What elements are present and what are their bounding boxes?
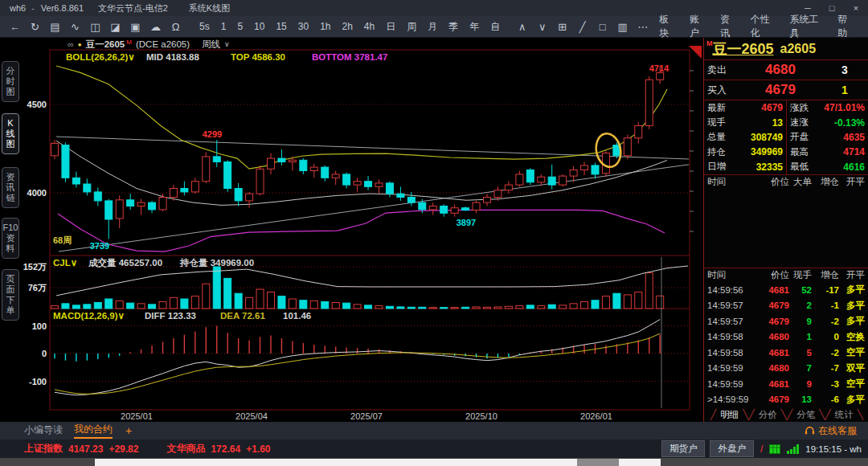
sidebar-tab-news-chain[interactable]: 资讯链 (2, 167, 19, 208)
bottom-tab-my-contracts[interactable]: 我的合约 (74, 423, 113, 439)
quote-contract-name: 豆一2605 (713, 39, 774, 59)
multi-chart-icon[interactable]: ▣ (125, 21, 145, 33)
refresh-icon[interactable]: ↻ (25, 21, 45, 33)
futures-account-button[interactable]: 期货户 (661, 440, 706, 457)
period-15m[interactable]: 15 (270, 21, 292, 32)
add-panel-icon[interactable]: ⊞ (552, 21, 572, 33)
quote-stat-speed: 速涨-0.13% (786, 115, 868, 129)
zoom-in-icon[interactable]: ∨ (532, 21, 552, 33)
menu-sector[interactable]: 板块 (653, 13, 683, 40)
period-custom[interactable]: 自 (485, 20, 506, 34)
header-cell: 增仓 (812, 176, 839, 188)
tape-tab-price-split[interactable]: ╱分价╲ (748, 409, 786, 421)
quote-stat-open-interest: 持仓349969 (704, 145, 786, 159)
sidebar-tab-kline-chart[interactable]: K线图 (2, 113, 19, 154)
add-tab-button[interactable]: + (125, 424, 132, 437)
period-day[interactable]: 日 (380, 20, 401, 34)
tape-oi-change: 0 (812, 332, 839, 341)
back-icon[interactable]: ← (5, 21, 25, 33)
boll-top-line (56, 66, 667, 169)
quote-board-icon[interactable]: ▤ (45, 21, 65, 33)
chart-symbol-line[interactable]: ∞ ● 豆一2605 M (DCE a2605) 周线 ∨ (68, 39, 230, 50)
index-wenhua-commodity[interactable]: 文华商品172.64+1.60 (166, 442, 276, 456)
cloud-sync-icon[interactable]: ☁ (145, 21, 166, 33)
market-grid-icon[interactable] (769, 444, 780, 454)
alert-bell-icon[interactable]: Ω (166, 21, 186, 33)
background-window-gray (577, 459, 619, 466)
ask-price: 4680 (736, 62, 825, 78)
external-account-button[interactable]: 外盘户 (710, 440, 754, 457)
online-service-button[interactable]: 在线客服 (805, 424, 857, 438)
connection-clock: 19:15:15 - wh (805, 444, 862, 454)
layout-icon[interactable]: ▥ (612, 21, 633, 33)
period-month[interactable]: 月 (422, 20, 443, 34)
tape-row[interactable]: 14:59:5846815-2空平 (704, 345, 868, 361)
tab-slash-left: ╱ (825, 409, 830, 420)
period-1h[interactable]: 1h (314, 21, 336, 32)
kline-chart-canvas[interactable]: 45004000152万76万1000-1002025/012025/04202… (21, 38, 703, 422)
ask-row[interactable]: 卖出 4680 3 (704, 60, 868, 80)
overlay-lines (56, 66, 689, 251)
period-week[interactable]: 周 (401, 20, 422, 34)
tape-row[interactable]: 14:59:5746792-1多平 (704, 298, 868, 314)
period-1m[interactable]: 1 (215, 21, 232, 32)
line-chart-icon[interactable]: ∿ (65, 21, 85, 33)
signal-bar (790, 449, 792, 454)
menu-account[interactable]: 账户 (683, 13, 714, 40)
toolbar-left-icons: ←↻▤∿◫◪▣☁Ω (5, 21, 186, 33)
index-shanghai-composite[interactable]: 上证指数4147.23+29.82 (24, 442, 144, 456)
period-selector[interactable]: 周线 (202, 39, 220, 51)
server-node[interactable]: 文华云节点-电信2 (98, 2, 168, 14)
tape-row[interactable]: 14:59:5946807-7双平 (704, 361, 868, 377)
kline-chart-icon[interactable]: ◫ (85, 21, 105, 33)
tape-time: 14:59:56 (704, 285, 754, 295)
chart-frame (50, 50, 694, 410)
tape-tab-detail[interactable]: ╱明细╲ (710, 409, 748, 421)
bid-row[interactable]: 买入 4679 1 (704, 80, 868, 100)
period-5s[interactable]: 5s (194, 21, 215, 32)
tape-row[interactable]: 14:59:5746799-2多平 (704, 313, 868, 329)
menu-help[interactable]: 帮助 (831, 13, 862, 40)
period-year[interactable]: 年 (464, 20, 485, 34)
quote-stat-change: 涨跌47/1.01% (786, 100, 868, 115)
tape-row[interactable]: 14:59:5946819-3空平 (704, 376, 868, 392)
menu-personalization[interactable]: 个性化 (744, 13, 784, 40)
bottom-tab-editor-guide[interactable]: 小编导读 (24, 423, 63, 438)
period-2h[interactable]: 2h (337, 21, 358, 32)
quote-stat-daily-increase: 日增32335 (704, 160, 786, 174)
period-quarter[interactable]: 季 (443, 20, 464, 34)
tape-tab-stats[interactable]: ╱统计╲ (825, 409, 862, 421)
tape-tab-tick[interactable]: ╱分笔╲ (787, 409, 825, 421)
period-30m[interactable]: 30 (293, 21, 314, 32)
sidebar-tab-page-order[interactable]: 页面下单 (2, 269, 19, 321)
tape-qty: 13 (789, 394, 812, 404)
tape-qty: 1 (789, 332, 812, 341)
index-name: 上证指数 (24, 442, 63, 456)
svg-text:BOLL(26,26,2)∨: BOLL(26,26,2)∨ (66, 52, 135, 62)
indicator-tool-icon[interactable]: ◪ (105, 21, 125, 33)
period-10m[interactable]: 10 (248, 21, 270, 32)
zoom-out-icon[interactable]: ∧ (512, 21, 532, 33)
tape-action: 空换 (839, 331, 868, 343)
menu-bar: 板块账户资讯个性化系统工具帮助 (653, 13, 868, 40)
tape-row[interactable]: 14:59:58468010空换 (704, 329, 868, 345)
menu-news[interactable]: 资讯 (714, 13, 744, 40)
period-5m[interactable]: 5 (231, 21, 248, 32)
rect-tool-icon[interactable]: □ (592, 21, 612, 33)
more-tools-icon[interactable]: ⋯ (633, 21, 653, 33)
chevron-down-icon[interactable]: ∨ (224, 40, 230, 48)
toolbar-right-icons: ∧∨⊞╱□▥⋯ (512, 21, 653, 33)
trendline-tool-icon[interactable]: ╱ (572, 21, 592, 33)
account-buttons: 期货户外盘户 (661, 440, 754, 457)
stat-value: 4679 (761, 102, 783, 113)
tape-row[interactable]: 14:59:56468152-17多平 (704, 282, 868, 298)
tape-oi-change: -3 (812, 379, 839, 389)
tape-row[interactable]: >14:59:59467913-6多平 (704, 392, 868, 408)
sidebar-tab-f10-info[interactable]: F10资料 (2, 218, 19, 259)
menu-system-tools[interactable]: 系统工具 (784, 13, 832, 40)
period-4h[interactable]: 4h (358, 21, 380, 32)
sidebar-tab-time-chart[interactable]: 分时图 (2, 61, 19, 102)
contract-title[interactable]: M 豆一2605 a2605 (704, 38, 868, 60)
ask-label: 卖出 (707, 63, 736, 77)
quote-stat-total-volume: 总量308749 (704, 130, 786, 145)
